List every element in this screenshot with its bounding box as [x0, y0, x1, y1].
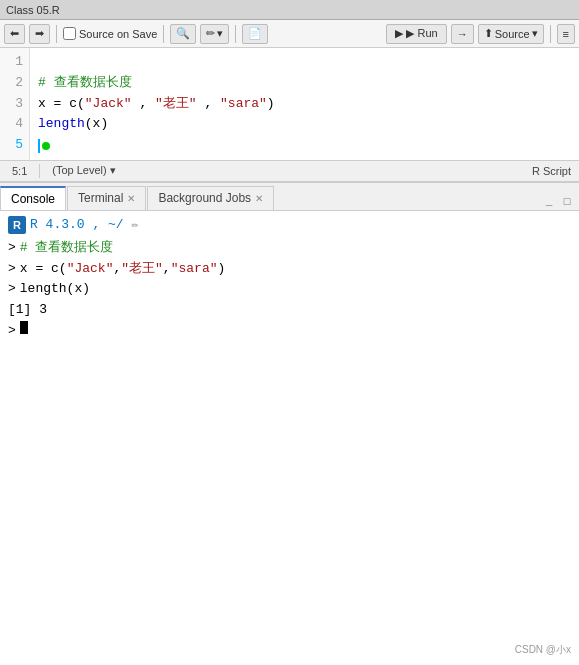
r-logo: R [8, 216, 26, 234]
panel-actions: _ □ [541, 194, 579, 210]
tools-button[interactable]: ✏▾ [200, 24, 229, 44]
code-function: length [38, 114, 85, 135]
next-button[interactable]: → [451, 24, 474, 44]
toolbar-separator-4 [550, 25, 551, 43]
back-icon: ⬅ [10, 27, 19, 40]
line-numbers: 1 2 3 4 5 [0, 48, 30, 160]
toolbar-separator-3 [235, 25, 236, 43]
console-prompt-line: > [8, 321, 571, 342]
r-path-icon: ✏ [131, 216, 138, 235]
source-on-save-label[interactable]: Source on Save [63, 27, 157, 40]
panel-tabs: Console Terminal ✕ Background Jobs ✕ _ □ [0, 183, 579, 211]
code-line-4: length(x) [38, 114, 571, 135]
prompt-active: > [8, 321, 16, 342]
source-button[interactable]: ⬆ Source▾ [478, 24, 544, 44]
editor-area: 1 2 3 4 5 # 查看数据长度 x = c("Jack" , "老王" ,… [0, 48, 579, 160]
console-line-3: > length(x) [8, 279, 571, 300]
source-on-save-checkbox[interactable] [63, 27, 76, 40]
console-cursor [20, 321, 28, 334]
tab-console[interactable]: Console [0, 186, 66, 210]
back-button[interactable]: ⬅ [4, 24, 25, 44]
maximize-button[interactable]: □ [559, 194, 575, 210]
code-line-3: x = c("Jack" , "老王" , "sara") [38, 94, 571, 115]
cursor-dot [42, 142, 50, 150]
toolbar-separator-1 [56, 25, 57, 43]
prompt-3: > [8, 279, 16, 300]
code-comment: # 查看数据长度 [38, 73, 132, 94]
forward-button[interactable]: ➡ [29, 24, 50, 44]
cursor-position: 5:1 [8, 165, 31, 177]
watermark: CSDN @小x [515, 643, 571, 657]
code-level: (Top Level) ▾ [48, 164, 119, 177]
compile-icon: 📄 [248, 27, 262, 40]
run-icon: ▶ [395, 27, 403, 40]
tools-icon: ✏ [206, 27, 215, 40]
minimize-button[interactable]: _ [541, 194, 557, 210]
console-line-2: > x = c("Jack" , "老王" , "sara") [8, 259, 571, 280]
console-output: [1] 3 [8, 300, 47, 321]
source-icon: ⬆ [484, 27, 493, 40]
tab-background-jobs[interactable]: Background Jobs ✕ [147, 186, 274, 210]
line-number: 2 [6, 73, 23, 94]
next-icon: → [457, 28, 468, 40]
code-line-5 [38, 135, 571, 156]
status-divider-1 [39, 164, 40, 178]
code-line-2: # 查看数据长度 [38, 73, 571, 94]
console-comment-1: # 查看数据长度 [20, 238, 114, 259]
line-number: 5 [6, 135, 23, 156]
tab-terminal[interactable]: Terminal ✕ [67, 186, 146, 210]
text-cursor [38, 139, 40, 153]
line-number: 3 [6, 94, 23, 115]
prompt-1: > [8, 238, 16, 259]
console-panel: Console Terminal ✕ Background Jobs ✕ _ □… [0, 182, 579, 412]
menu-icon: ≡ [563, 28, 569, 40]
background-jobs-close-icon[interactable]: ✕ [255, 193, 263, 204]
script-type: R Script [532, 165, 571, 177]
toolbar-separator-2 [163, 25, 164, 43]
console-line-1: > # 查看数据长度 [8, 238, 571, 259]
forward-icon: ➡ [35, 27, 44, 40]
compile-button[interactable]: 📄 [242, 24, 268, 44]
r-version-text: R 4.3.0 , ~/ [30, 215, 124, 236]
title-text: Class 05.R [6, 4, 60, 16]
title-bar: Class 05.R [0, 0, 579, 20]
status-bar: 5:1 (Top Level) ▾ R Script [0, 160, 579, 182]
menu-button[interactable]: ≡ [557, 24, 575, 44]
terminal-close-icon[interactable]: ✕ [127, 193, 135, 204]
console-content[interactable]: R R 4.3.0 , ~/ ✏ > # 查看数据长度 > x = c("Jac… [0, 211, 579, 412]
search-button[interactable]: 🔍 [170, 24, 196, 44]
prompt-2: > [8, 259, 16, 280]
line-number: 4 [6, 114, 23, 135]
console-output-line: [1] 3 [8, 300, 571, 321]
code-editor[interactable]: # 查看数据长度 x = c("Jack" , "老王" , "sara") l… [30, 48, 579, 160]
code-line-1 [38, 52, 571, 73]
search-icon: 🔍 [176, 27, 190, 40]
toolbar: ⬅ ➡ Source on Save 🔍 ✏▾ 📄 ▶ ▶ Run → ⬆ [0, 20, 579, 48]
line-number: 1 [6, 52, 23, 73]
r-version-line: R R 4.3.0 , ~/ ✏ [8, 215, 571, 236]
run-button[interactable]: ▶ ▶ Run [386, 24, 446, 44]
